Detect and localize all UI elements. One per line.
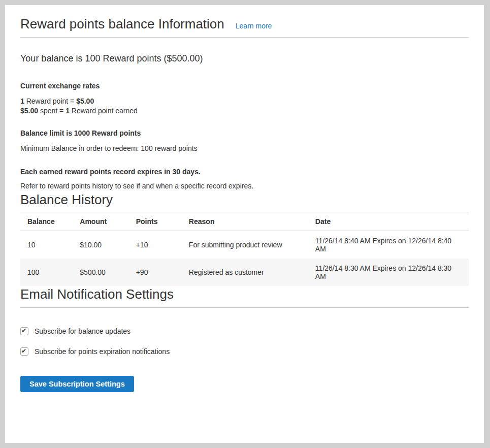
table-row: 10 $10.00 +10 For submitting product rev…: [20, 231, 469, 259]
rate-mid-text: Reward point =: [24, 97, 76, 105]
balance-history-heading: Balance History: [20, 191, 469, 208]
column-header-points: Points: [129, 212, 182, 231]
reward-points-panel: Reward points balance Information Learn …: [5, 5, 484, 443]
expiration-notifications-checkbox[interactable]: [20, 347, 28, 356]
expiration-note: Refer to reward points history to see if…: [20, 181, 469, 191]
spent-amount-value: $5.00: [20, 107, 38, 115]
table-row: 100 $500.00 +90 Registered as customer 1…: [20, 259, 469, 286]
column-header-amount: Amount: [73, 212, 128, 231]
column-header-balance: Balance: [20, 212, 73, 231]
column-header-reason: Reason: [182, 212, 308, 231]
email-settings-heading: Email Notification Settings: [20, 286, 469, 308]
cell-balance: 10: [20, 231, 73, 259]
subscribe-balance-option: Subscribe for balance updates: [20, 327, 469, 335]
cell-date: 11/26/14 8:40 AM Expires on 12/26/14 8:4…: [308, 231, 469, 259]
cell-reason: For submitting product review: [182, 231, 308, 259]
earned-mid-text: Reward point earned: [70, 107, 138, 115]
rate-currency-to-point: $5.00 spent = 1 Reward point earned: [20, 106, 469, 116]
rate-points-value: 1: [20, 97, 24, 105]
expiration-policy: Each earned reward points record expires…: [20, 167, 469, 177]
spent-mid-text: spent =: [38, 107, 66, 115]
expiration-notifications-label[interactable]: Subscribe for points expiration notifica…: [35, 347, 170, 356]
save-subscription-button[interactable]: Save Subscription Settings: [20, 376, 134, 393]
cell-points: +90: [129, 259, 182, 286]
balance-updates-label[interactable]: Subscribe for balance updates: [35, 327, 130, 335]
cell-amount: $500.00: [73, 259, 128, 286]
cell-date: 11/26/14 8:30 AM Expires on 12/26/14 8:3…: [308, 259, 469, 286]
balance-history-table: Balance Amount Points Reason Date 10 $10…: [20, 212, 469, 286]
rate-amount-value: $5.00: [76, 97, 94, 105]
exchange-rates-heading: Current exchange rates: [20, 81, 469, 91]
rate-point-to-currency: 1 Reward point = $5.00: [20, 97, 469, 106]
balance-updates-checkbox[interactable]: [20, 327, 28, 335]
balance-limit: Balance limit is 1000 Reward points: [20, 129, 469, 138]
table-header-row: Balance Amount Points Reason Date: [20, 212, 469, 231]
page-title: Reward points balance Information: [20, 16, 224, 32]
balance-summary: Your balance is 100 Reward points ($500.…: [20, 53, 469, 65]
page-title-row: Reward points balance Information Learn …: [20, 16, 469, 38]
column-header-date: Date: [308, 212, 469, 231]
cell-reason: Registered as customer: [182, 259, 308, 286]
subscribe-expiration-option: Subscribe for points expiration notifica…: [20, 347, 469, 356]
minimum-balance: Minimum Balance in order to redeem: 100 …: [20, 144, 469, 153]
cell-points: +10: [129, 231, 182, 259]
learn-more-link[interactable]: Learn more: [236, 22, 272, 30]
earned-points-value: 1: [66, 107, 70, 115]
cell-balance: 100: [20, 259, 73, 286]
cell-amount: $10.00: [73, 231, 128, 259]
